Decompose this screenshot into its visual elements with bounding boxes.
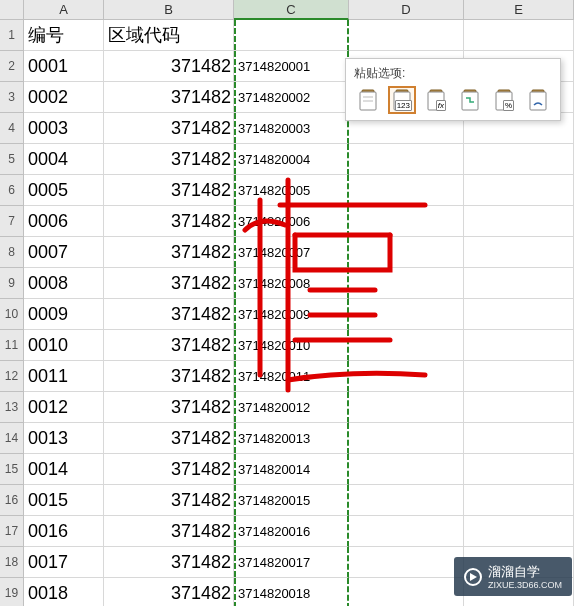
cell[interactable] [349, 206, 464, 237]
cell[interactable]: 3714820013 [234, 423, 349, 454]
cell[interactable]: 371482 [104, 299, 234, 330]
paste-keep-source-icon[interactable] [354, 86, 382, 114]
row-header[interactable]: 18 [0, 547, 24, 578]
cell[interactable]: 0001 [24, 51, 104, 82]
cell[interactable]: 3714820017 [234, 547, 349, 578]
cell[interactable] [464, 454, 574, 485]
row-header[interactable]: 3 [0, 82, 24, 113]
cell[interactable]: 371482 [104, 547, 234, 578]
cell[interactable]: 0007 [24, 237, 104, 268]
cell[interactable]: 0014 [24, 454, 104, 485]
cell[interactable] [349, 485, 464, 516]
cell[interactable]: 3714820012 [234, 392, 349, 423]
cell[interactable]: 371482 [104, 423, 234, 454]
cell[interactable]: 371482 [104, 516, 234, 547]
cell[interactable]: 371482 [104, 392, 234, 423]
col-header-c[interactable]: C [234, 0, 349, 20]
select-all-corner[interactable] [0, 0, 24, 20]
cell[interactable] [349, 175, 464, 206]
cell[interactable]: 371482 [104, 485, 234, 516]
cell[interactable]: 0003 [24, 113, 104, 144]
paste-transpose-icon[interactable] [456, 86, 484, 114]
cell[interactable]: 0011 [24, 361, 104, 392]
cell[interactable] [464, 144, 574, 175]
cell[interactable]: 0018 [24, 578, 104, 606]
col-header-a[interactable]: A [24, 0, 104, 20]
cell[interactable]: 0008 [24, 268, 104, 299]
cell[interactable]: 3714820008 [234, 268, 349, 299]
cell[interactable]: 3714820005 [234, 175, 349, 206]
cell[interactable]: 0016 [24, 516, 104, 547]
cell[interactable]: 371482 [104, 268, 234, 299]
cell[interactable]: 371482 [104, 144, 234, 175]
cell[interactable]: 0012 [24, 392, 104, 423]
cell[interactable]: 3714820009 [234, 299, 349, 330]
col-header-d[interactable]: D [349, 0, 464, 20]
col-header-b[interactable]: B [104, 0, 234, 20]
cell[interactable]: 0015 [24, 485, 104, 516]
cell[interactable]: 0005 [24, 175, 104, 206]
paste-values-icon[interactable]: 123 [388, 86, 416, 114]
header-cell-region[interactable]: 区域代码 [104, 20, 234, 51]
row-header[interactable]: 7 [0, 206, 24, 237]
cell[interactable]: 0013 [24, 423, 104, 454]
row-header[interactable]: 11 [0, 330, 24, 361]
cell[interactable] [464, 392, 574, 423]
cell[interactable]: 371482 [104, 82, 234, 113]
cell[interactable] [349, 299, 464, 330]
row-header[interactable]: 12 [0, 361, 24, 392]
header-cell-id[interactable]: 编号 [24, 20, 104, 51]
row-header[interactable]: 5 [0, 144, 24, 175]
cell[interactable]: 3714820011 [234, 361, 349, 392]
row-header[interactable]: 14 [0, 423, 24, 454]
cell[interactable]: 0017 [24, 547, 104, 578]
row-header[interactable]: 9 [0, 268, 24, 299]
row-header[interactable]: 2 [0, 51, 24, 82]
paste-link-icon[interactable] [524, 86, 552, 114]
cell[interactable] [234, 20, 349, 51]
cell[interactable]: 3714820002 [234, 82, 349, 113]
cell[interactable] [464, 175, 574, 206]
row-header[interactable]: 15 [0, 454, 24, 485]
cell[interactable] [349, 578, 464, 606]
cell[interactable]: 371482 [104, 330, 234, 361]
cell[interactable]: 371482 [104, 454, 234, 485]
cell[interactable] [349, 423, 464, 454]
cell[interactable] [349, 547, 464, 578]
cell[interactable]: 3714820018 [234, 578, 349, 606]
cell[interactable] [349, 20, 464, 51]
cell[interactable]: 371482 [104, 113, 234, 144]
row-header[interactable]: 4 [0, 113, 24, 144]
cell[interactable]: 371482 [104, 361, 234, 392]
cell[interactable] [464, 361, 574, 392]
row-header[interactable]: 8 [0, 237, 24, 268]
cell[interactable] [349, 144, 464, 175]
cell[interactable]: 0002 [24, 82, 104, 113]
cell[interactable] [464, 268, 574, 299]
cell[interactable]: 0006 [24, 206, 104, 237]
cell[interactable]: 0010 [24, 330, 104, 361]
cell[interactable]: 3714820010 [234, 330, 349, 361]
cell[interactable] [464, 485, 574, 516]
cell[interactable] [349, 516, 464, 547]
cell[interactable] [464, 423, 574, 454]
row-header[interactable]: 17 [0, 516, 24, 547]
cell[interactable]: 3714820016 [234, 516, 349, 547]
row-header[interactable]: 10 [0, 299, 24, 330]
cell[interactable] [464, 237, 574, 268]
cell[interactable]: 0009 [24, 299, 104, 330]
cell[interactable] [349, 361, 464, 392]
cell[interactable]: 3714820003 [234, 113, 349, 144]
paste-formulas-icon[interactable]: fx [422, 86, 450, 114]
cell[interactable]: 3714820004 [234, 144, 349, 175]
cell[interactable] [464, 299, 574, 330]
cell[interactable]: 371482 [104, 206, 234, 237]
cell[interactable] [349, 330, 464, 361]
col-header-e[interactable]: E [464, 0, 574, 20]
cell[interactable]: 371482 [104, 175, 234, 206]
row-header[interactable]: 1 [0, 20, 24, 51]
row-header[interactable]: 16 [0, 485, 24, 516]
row-header[interactable]: 13 [0, 392, 24, 423]
cell[interactable]: 3714820015 [234, 485, 349, 516]
cell[interactable] [464, 516, 574, 547]
